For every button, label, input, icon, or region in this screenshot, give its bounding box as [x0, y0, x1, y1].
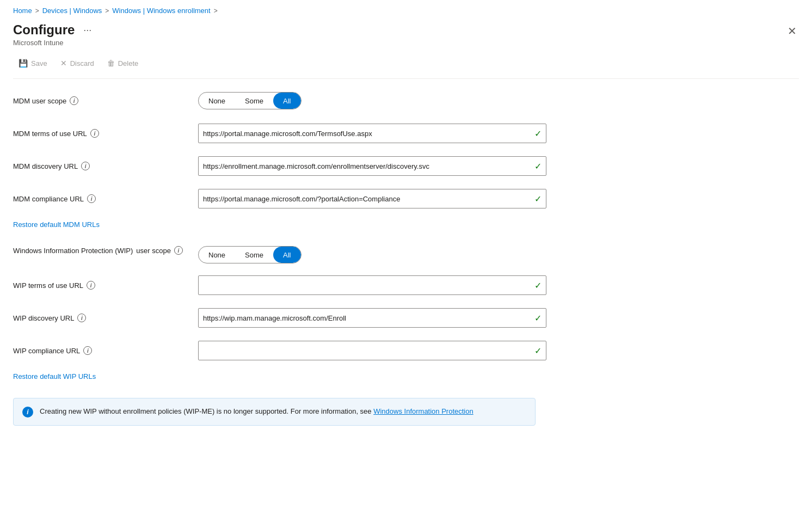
wip-compliance-url-info-icon[interactable]: i — [83, 346, 92, 355]
restore-mdm-urls-link[interactable]: Restore default MDM URLs — [13, 220, 799, 229]
mdm-compliance-url-field-container: ✓ — [198, 189, 546, 208]
delete-label: Delete — [118, 59, 139, 67]
wip-user-scope-row: Windows Information Protection (WIP) use… — [13, 242, 799, 263]
discard-label: Discard — [70, 59, 94, 67]
mdm-scope-all[interactable]: All — [273, 93, 300, 109]
mdm-user-scope-label: MDM user scope i — [13, 96, 198, 105]
toolbar: 💾 Save ✕ Discard 🗑 Delete — [13, 56, 799, 79]
wip-terms-url-check-icon: ✓ — [534, 280, 542, 291]
breadcrumb-sep-1: > — [35, 7, 39, 15]
wip-scope-some[interactable]: Some — [235, 247, 273, 263]
wip-discovery-url-input[interactable] — [203, 314, 531, 322]
discard-icon: ✕ — [60, 59, 67, 67]
wip-scope-all[interactable]: All — [273, 247, 300, 263]
mdm-discovery-url-check-icon: ✓ — [534, 161, 542, 171]
info-banner-icon: i — [22, 407, 33, 418]
mdm-terms-url-info-icon[interactable]: i — [90, 129, 99, 138]
discard-button[interactable]: ✕ Discard — [55, 56, 100, 71]
wip-discovery-url-label: WIP discovery URL i — [13, 314, 198, 322]
breadcrumb: Home > Devices | Windows > Windows | Win… — [13, 7, 799, 15]
wip-discovery-url-check-icon: ✓ — [534, 313, 542, 323]
mdm-terms-url-label: MDM terms of use URL i — [13, 129, 198, 138]
wip-user-scope-info-icon[interactable]: i — [174, 246, 183, 255]
restore-wip-urls-link[interactable]: Restore default WIP URLs — [13, 372, 799, 380]
breadcrumb-sep-2: > — [105, 7, 109, 15]
wip-terms-url-input[interactable] — [203, 281, 531, 290]
wip-terms-url-row: WIP terms of use URL i ✓ — [13, 274, 799, 296]
wip-discovery-url-field-container: ✓ — [198, 308, 546, 328]
mdm-discovery-url-info-icon[interactable]: i — [81, 162, 90, 170]
info-banner-text: Creating new WIP without enrollment poli… — [40, 406, 473, 417]
mdm-terms-url-field-container: ✓ — [198, 124, 546, 143]
mdm-terms-url-input[interactable] — [203, 130, 531, 138]
wip-terms-url-label: WIP terms of use URL i — [13, 281, 198, 290]
wip-compliance-url-check-icon: ✓ — [534, 346, 542, 356]
mdm-compliance-url-label: MDM compliance URL i — [13, 194, 198, 203]
wip-scope-none[interactable]: None — [199, 247, 235, 263]
info-banner-link[interactable]: Windows Information Protection — [373, 407, 473, 415]
form-container: MDM user scope i None Some All MDM terms… — [13, 79, 799, 426]
subtitle: Microsoft Intune — [13, 39, 95, 47]
header-left: Configure ··· Microsoft Intune — [13, 22, 95, 47]
delete-icon: 🗑 — [107, 59, 115, 67]
mdm-compliance-url-row: MDM compliance URL i ✓ — [13, 188, 799, 210]
wip-compliance-url-field-container: ✓ — [198, 341, 546, 360]
mdm-user-scope-toggle: None Some All — [198, 92, 302, 109]
wip-discovery-url-row: WIP discovery URL i ✓ — [13, 307, 799, 329]
mdm-compliance-url-input[interactable] — [203, 195, 531, 203]
header-title-row: Configure ··· — [13, 22, 95, 38]
mdm-discovery-url-row: MDM discovery URL i ✓ — [13, 155, 799, 177]
mdm-terms-url-check-icon: ✓ — [534, 128, 542, 139]
wip-compliance-url-label: WIP compliance URL i — [13, 346, 198, 355]
info-banner-text-before: Creating new WIP without enrollment poli… — [40, 407, 373, 415]
save-label: Save — [31, 59, 47, 67]
close-button[interactable]: ✕ — [785, 22, 799, 40]
mdm-discovery-url-input[interactable] — [203, 162, 531, 170]
delete-button[interactable]: 🗑 Delete — [102, 56, 144, 71]
mdm-discovery-url-field-container: ✓ — [198, 156, 546, 176]
page-container: Home > Devices | Windows > Windows | Win… — [0, 0, 812, 528]
save-button[interactable]: 💾 Save — [13, 56, 53, 71]
more-options-button[interactable]: ··· — [80, 23, 95, 37]
info-banner: i Creating new WIP without enrollment po… — [13, 398, 536, 426]
breadcrumb-home[interactable]: Home — [13, 7, 32, 15]
wip-terms-url-field-container: ✓ — [198, 275, 546, 295]
mdm-compliance-url-info-icon[interactable]: i — [87, 194, 96, 203]
wip-user-scope-label: Windows Information Protection (WIP) use… — [13, 246, 198, 255]
wip-compliance-url-input[interactable] — [203, 347, 531, 355]
mdm-user-scope-row: MDM user scope i None Some All — [13, 90, 799, 112]
mdm-terms-url-row: MDM terms of use URL i ✓ — [13, 122, 799, 144]
breadcrumb-devices-windows[interactable]: Devices | Windows — [42, 7, 102, 15]
mdm-compliance-url-check-icon: ✓ — [534, 194, 542, 204]
mdm-scope-none[interactable]: None — [199, 93, 235, 109]
breadcrumb-windows-enrollment[interactable]: Windows | Windows enrollment — [112, 7, 210, 15]
breadcrumb-sep-3: > — [214, 7, 218, 15]
mdm-discovery-url-label: MDM discovery URL i — [13, 162, 198, 170]
mdm-scope-some[interactable]: Some — [235, 93, 273, 109]
mdm-user-scope-info-icon[interactable]: i — [70, 96, 78, 105]
wip-discovery-url-info-icon[interactable]: i — [77, 314, 86, 322]
wip-compliance-url-row: WIP compliance URL i ✓ — [13, 340, 799, 361]
page-title: Configure — [13, 22, 75, 38]
header: Configure ··· Microsoft Intune ✕ — [13, 22, 799, 47]
save-icon: 💾 — [19, 59, 28, 67]
wip-terms-url-info-icon[interactable]: i — [87, 281, 95, 290]
wip-user-scope-toggle: None Some All — [198, 246, 302, 263]
